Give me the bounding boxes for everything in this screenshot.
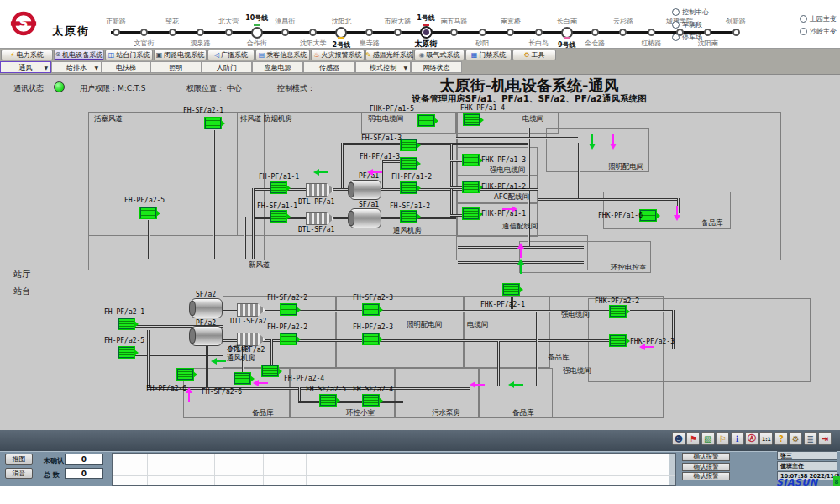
duct-pipe (456, 137, 578, 139)
fan-machine-pf-a2[interactable] (191, 326, 223, 346)
room-label: 通风机房 (393, 226, 422, 236)
equipment-label: FHK-PF/a2-1 (480, 301, 525, 308)
fan-fh-sf-a1-3[interactable] (401, 139, 417, 150)
settings-gear-icon[interactable]: ⚙ (789, 432, 802, 445)
equipment-label: FHK-PF/a1-2 (481, 183, 526, 191)
duct-pipe (497, 341, 500, 386)
duct-pipe (450, 186, 464, 189)
fan-fh-sf-a2-2[interactable] (281, 304, 297, 315)
alarm-ack-icon[interactable]: Ⓐ (745, 432, 759, 445)
duct-pipe (580, 339, 612, 342)
equipment-label: DTL-SF/a2 (230, 318, 266, 325)
equipment-label: FH-SF/a2-5 (306, 386, 346, 393)
one-to-one-icon[interactable]: 1:1 (759, 432, 773, 445)
fan-fhk-pf-a1-3[interactable] (463, 155, 479, 165)
room-label: 强电缆间 (561, 310, 590, 320)
section-divider (25, 281, 832, 281)
duct-pipe (147, 330, 150, 387)
duct-pipe (417, 143, 529, 145)
duct-pipe (252, 188, 255, 259)
fan-machine-sf-a1[interactable] (349, 208, 381, 228)
duct-pipe (221, 310, 611, 312)
fan-machine-sf-a2[interactable] (191, 298, 223, 318)
flow-arrow (591, 134, 593, 144)
duct-pipe (298, 387, 301, 402)
fan-fhk-pf-a1-5[interactable] (418, 115, 434, 126)
table-column-line (306, 454, 307, 485)
fan-fh-sf-a2-4[interactable] (363, 395, 379, 406)
flow-arrow (373, 171, 382, 173)
equipment-label: PF/a2 (196, 319, 216, 327)
flow-arrow (188, 393, 190, 402)
duct-pipe (341, 143, 344, 190)
exit-icon[interactable]: ⇥ (818, 432, 832, 445)
duct-pipe (630, 310, 674, 312)
fan-fh-pf-a2-1[interactable] (118, 318, 134, 329)
fan-fh-sf-a2-3[interactable] (363, 304, 379, 315)
alarm-table-scrollbar[interactable] (669, 454, 675, 485)
fan-fh-pf-a2-6[interactable] (177, 369, 193, 380)
room-label: 强电电缆间 (490, 165, 526, 176)
operator-icon[interactable]: ☻ (672, 432, 685, 445)
fan-fh-sf-a1-2[interactable] (401, 211, 417, 222)
alarm-screen-icon[interactable]: ⚑ (686, 432, 700, 445)
equipment-label: FH-PF/a2-1 (104, 308, 144, 316)
duct-pipe (206, 339, 208, 387)
duct-pipe (213, 130, 215, 259)
equipment-label: FH-PF/a2-6 (146, 385, 186, 392)
fan-fh-pf-a2-5[interactable] (118, 347, 134, 358)
room-label: 环控电控室 (611, 263, 647, 273)
duct-pipe (450, 214, 464, 217)
fan-fh-sf-a2-1[interactable] (205, 118, 221, 129)
fan-fh-sf-a2-6[interactable] (234, 373, 250, 384)
equipment-label: FH-SF/a1-3 (361, 134, 402, 142)
flow-arrow (475, 384, 485, 386)
panel-button-消音[interactable]: 消音 (5, 468, 33, 479)
equipment-label: FH-SF/a2-6 (202, 388, 242, 396)
fan-fh-pf-a1-3[interactable] (401, 158, 417, 169)
fan-fhk-pf-a2-1[interactable] (503, 284, 519, 295)
alarm-table[interactable] (112, 453, 676, 486)
fan-fh-sf-a2-5[interactable] (320, 395, 336, 406)
duct-pipe (221, 339, 611, 342)
fan-fhk-pf-a2-3[interactable] (610, 335, 626, 346)
fan-fh-pf-a2-2[interactable] (281, 333, 297, 344)
equipment-label: FH-SF/a1-1 (257, 202, 297, 210)
equipment-label: FHK-PF/a2-2 (595, 297, 639, 305)
room-label: 排风道 (240, 114, 262, 124)
equipment-label: FH-SF/a1-2 (390, 202, 430, 210)
fan-fhk-pf-a1-1[interactable] (463, 208, 479, 219)
room-label: 通风机房 (227, 354, 255, 364)
ack-alarm-button[interactable]: 确认报警 (682, 453, 730, 461)
duct-pipe (450, 160, 464, 162)
pinned-screen-icon[interactable]: ⚐ (716, 432, 729, 445)
room-label: 污水泵房 (432, 408, 460, 418)
duct-pipe (578, 143, 580, 198)
fan-fh-pf-a2-4[interactable] (262, 365, 278, 376)
network-icon[interactable]: ≣ (804, 432, 817, 445)
fan-fh-pf-a2-5[interactable] (140, 207, 156, 218)
fan-fh-pf-a2-3[interactable] (363, 333, 379, 344)
trend-chart-icon[interactable]: ▧ (701, 432, 715, 445)
ack-alarm-button[interactable]: 确认报警 (682, 472, 730, 480)
fan-fh-sf-a1-1[interactable] (270, 211, 286, 222)
fan-machine-pf-a1[interactable] (349, 180, 381, 200)
ack-alarm-button[interactable]: 确认报警 (682, 463, 730, 471)
info-icon[interactable]: ℹ (731, 432, 744, 445)
fan-fhk-pf-a2-2[interactable] (610, 306, 626, 317)
fan-fh-pf-a1-2[interactable] (401, 182, 417, 193)
equipment-label: FH-SF/a2-1 (183, 107, 223, 114)
duct-pipe (380, 188, 402, 191)
main-area: 通讯状态 用户权限：M:C:T:S 权限位置： 中心 控制模式： 太原街-机电设… (0, 75, 840, 430)
fan-fh-pf-a1-1[interactable] (270, 182, 286, 193)
fan-fhk-pf-a1-4[interactable] (464, 114, 480, 125)
fan-fhk-pf-a1-2[interactable] (463, 181, 479, 192)
room-label: 活塞风道 (94, 114, 123, 124)
duct-pipe (341, 143, 402, 145)
equipment-label: FH-SF/a2-2 (267, 294, 307, 302)
equipment-label: DTL-PF/a1 (298, 198, 334, 206)
equipment-label: FHK-PF/a1-6 (598, 212, 643, 219)
equipment-label: FH-PF/a2-2 (267, 323, 307, 331)
panel-button-推图[interactable]: 推图 (5, 454, 33, 465)
help-icon[interactable]: ? (774, 432, 788, 445)
